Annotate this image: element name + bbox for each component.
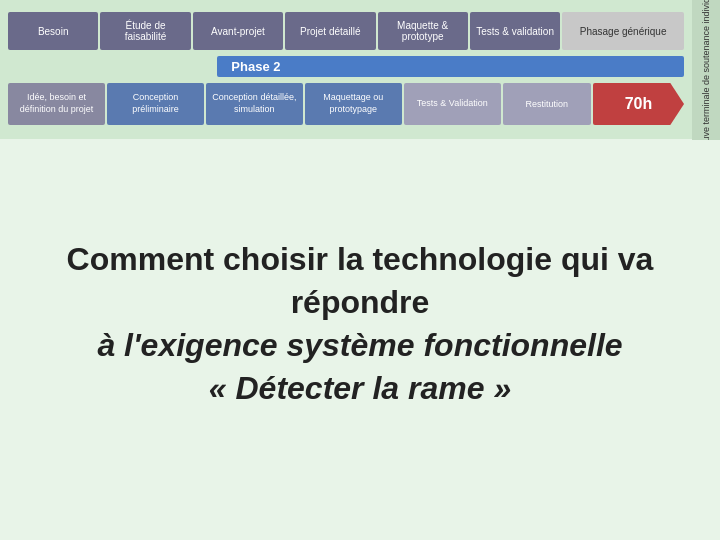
step-faisabilite: Étude de faisabilité	[100, 12, 190, 50]
phase2-badge: Phase 2	[217, 56, 684, 77]
main-line4: « Détecter la rame »	[209, 370, 511, 406]
detail-idee: Idée, besoin et définition du projet	[8, 83, 105, 125]
main-text: Comment choisir la technologie qui va ré…	[67, 238, 654, 411]
phasage-label: Phasage générique	[562, 12, 684, 50]
detail-row: Idée, besoin et définition du projet Con…	[0, 79, 720, 131]
step-tests: Tests & validation	[470, 12, 560, 50]
phase2-row: Phase 2	[0, 54, 720, 79]
detail-conception-prelim: Conception préliminaire	[107, 83, 204, 125]
main-content: Comment choisir la technologie qui va ré…	[0, 139, 720, 509]
step-projet-detaille: Projet détaillé	[285, 12, 375, 50]
step-maquette: Maquette & prototype	[378, 12, 468, 50]
steps-row: Besoin Étude de faisabilité Avant-projet…	[0, 8, 720, 54]
main-line1: Comment choisir la technologie qui va	[67, 241, 654, 277]
vertical-label-container: Épreuve terminale de soutenance individu…	[692, 0, 720, 140]
detail-tests-validation: Tests & Validation	[404, 83, 501, 125]
detail-maquettage: Maquettage ou prototypage	[305, 83, 402, 125]
detail-restitution: Restitution	[503, 83, 591, 125]
main-line2: répondre	[291, 284, 430, 320]
detail-conception-detaillee: Conception détaillée, simulation	[206, 83, 303, 125]
step-besoin: Besoin	[8, 12, 98, 50]
step-avant-projet: Avant-projet	[193, 12, 283, 50]
top-section: Besoin Étude de faisabilité Avant-projet…	[0, 0, 720, 139]
main-line3: à l'exigence système fonctionnelle	[97, 327, 622, 363]
vertical-label-text: Épreuve terminale de soutenance individu…	[701, 0, 712, 140]
hours-badge: 70h	[593, 83, 684, 125]
